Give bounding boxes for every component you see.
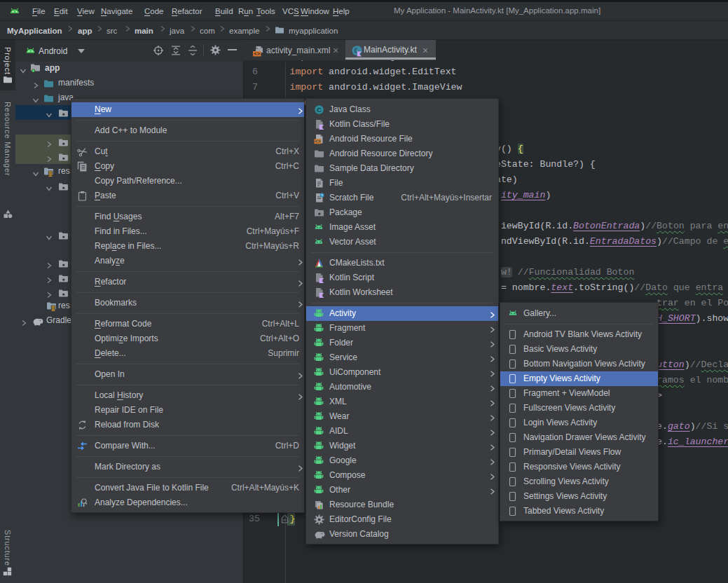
svg-text:<>: <> [315, 139, 320, 144]
svg-text:<>: <> [254, 51, 261, 57]
svg-text:C: C [317, 106, 322, 114]
